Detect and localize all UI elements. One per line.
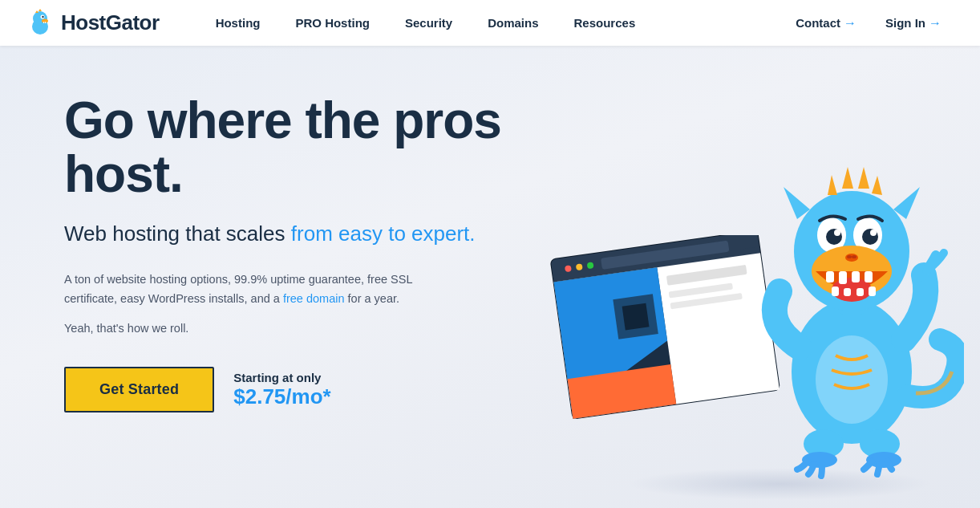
mascot-illustration xyxy=(739,115,964,508)
svg-rect-51 xyxy=(844,288,851,296)
svg-rect-47 xyxy=(839,271,847,284)
cta-area: Get Started Starting at only $2.75/mo* xyxy=(64,367,561,412)
svg-marker-58 xyxy=(893,187,920,219)
svg-marker-34 xyxy=(828,175,837,195)
nav-right: Contact → Sign In → xyxy=(783,0,954,46)
svg-rect-6 xyxy=(45,22,46,23)
pricing-label: Starting at only xyxy=(233,371,330,384)
svg-marker-8 xyxy=(38,9,42,11)
svg-rect-50 xyxy=(832,287,839,296)
logo[interactable]: HostGator xyxy=(26,9,160,38)
svg-rect-49 xyxy=(865,271,873,282)
svg-point-55 xyxy=(847,255,852,258)
get-started-button[interactable]: Get Started xyxy=(64,367,214,412)
svg-rect-46 xyxy=(826,271,834,282)
pricing-price: $2.75/mo* xyxy=(233,384,330,409)
contact-arrow-icon: → xyxy=(844,16,856,30)
svg-rect-24 xyxy=(622,303,650,331)
svg-point-43 xyxy=(870,230,877,236)
signin-link[interactable]: Sign In → xyxy=(873,0,954,46)
header: HostGator Hosting PRO Hosting Security D… xyxy=(0,0,980,46)
logo-text: HostGator xyxy=(61,10,160,35)
svg-rect-53 xyxy=(869,287,876,296)
contact-link[interactable]: Contact → xyxy=(783,0,869,46)
svg-rect-5 xyxy=(43,22,44,23)
svg-marker-35 xyxy=(842,167,853,189)
svg-marker-57 xyxy=(784,187,810,219)
svg-point-26 xyxy=(816,335,888,424)
nav-item-domains[interactable]: Domains xyxy=(470,0,556,46)
svg-point-1 xyxy=(33,11,47,26)
free-domain-link[interactable]: free domain xyxy=(283,292,345,305)
nav-item-pro-hosting[interactable]: PRO Hosting xyxy=(277,0,387,46)
svg-point-3 xyxy=(42,15,43,17)
hero-tagline: Yeah, that's how we roll. xyxy=(64,322,561,335)
svg-point-56 xyxy=(852,255,856,258)
svg-rect-52 xyxy=(856,288,864,296)
svg-point-42 xyxy=(834,230,840,236)
nav-item-security[interactable]: Security xyxy=(387,0,470,46)
hero-description: A ton of website hosting options, 99.9% … xyxy=(64,270,457,309)
hero-section: Go where the pros host. Web hosting that… xyxy=(0,46,980,508)
hero-heading: Go where the pros host. xyxy=(64,94,561,201)
svg-point-54 xyxy=(845,254,858,262)
svg-marker-36 xyxy=(858,167,869,189)
nav-item-hosting[interactable]: Hosting xyxy=(198,0,278,46)
nav-item-resources[interactable]: Resources xyxy=(557,0,654,46)
hero-content: Go where the pros host. Web hosting that… xyxy=(64,94,561,412)
svg-marker-37 xyxy=(872,176,882,195)
logo-icon xyxy=(26,9,55,38)
signin-arrow-icon: → xyxy=(929,16,942,30)
hero-subheading: Web hosting that scales from easy to exp… xyxy=(64,221,561,248)
main-nav: Hosting PRO Hosting Security Domains Res… xyxy=(198,0,784,46)
pricing-info: Starting at only $2.75/mo* xyxy=(233,371,330,409)
svg-rect-48 xyxy=(852,271,860,282)
